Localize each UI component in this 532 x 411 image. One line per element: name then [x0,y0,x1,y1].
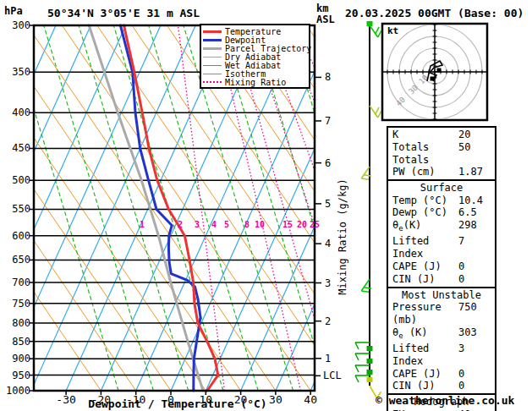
panel-row-value: 0 [458,260,492,273]
panel-row: θe (K)303 [388,326,495,342]
panel-row: Dewp (°C)6.5 [388,206,495,219]
legend-item: Parcel Trajectory [203,44,309,52]
legend-items: TemperatureDewpointParcel TrajectoryDry … [203,27,309,86]
data-panels: K20Totals Totals50PW (cm)1.87SurfaceTemp… [387,128,496,411]
panel-row-label: Lifted Index [392,342,458,368]
isotherm-line-sample [203,74,222,74]
mixing-ratio-axis-label: Mixing Ratio (g/kg) [337,173,348,300]
panel-row-value: 3 [458,342,492,368]
legend-item: Mixing Ratio [203,78,309,86]
panel-row-label: PW (cm) [392,166,458,178]
x-axis-label: Dewpoint / Temperature (°C) [34,397,321,410]
panel-row-label: CAPE (J) [392,368,458,381]
panel-title: Most Unstable [388,289,495,302]
panel-row-value: 0 [458,380,492,392]
km-tick-label: 5 [325,198,331,210]
panel-most-unstable: Most UnstablePressure (mb)750θe (K)303Li… [387,287,496,395]
panel-row: K20 [388,129,495,141]
panel-indices: K20Totals Totals50PW (cm)1.87 [387,126,496,181]
panel-row-value: 20 [458,129,492,141]
mixing-ratio-value-label: 1 [140,220,145,229]
mixing-ratio-line-sample [203,81,222,83]
legend-item: Dry Adiabat [203,52,309,61]
mixing-ratio-value-label: 2 [178,220,183,229]
mixing-ratio-value-label: 25 [310,220,320,229]
panel-row-value: 303 [458,326,492,342]
panel-row-label: CIN (J) [392,380,458,392]
panel-row-label: Dewp (°C) [392,206,458,219]
mixing-ratio-value-label: 3 [195,220,200,229]
panel-row: EH40 [388,408,495,411]
panel-row: CIN (J)0 [388,380,495,392]
panel-row-value: 0 [458,273,492,286]
mixing-ratio-value-label: 20 [297,220,307,229]
panel-row: CAPE (J)0 [388,368,495,381]
panel-row-value: 6.5 [458,206,492,219]
legend-item: Temperature [203,27,309,36]
copyright-label: © weatheronline.co.uk [376,394,514,407]
km-tick-label: 3 [325,277,331,289]
panel-row: Lifted Index7 [388,235,495,260]
mixing-ratio-value-label: 5 [224,220,229,229]
panel-row: Totals Totals50 [388,141,495,167]
panel-row-label: CIN (J) [392,273,458,286]
mixing-ratio-value-label: 10 [255,220,265,229]
panel-row-value: 1.87 [458,166,492,178]
panel-row-value: 50 [458,141,492,167]
lcl-label: LCL [323,370,342,381]
panel-row-value: 750 [458,301,492,326]
km-tick-label: 7 [325,115,331,127]
legend-item-label: Mixing Ratio [225,78,286,87]
panel-row: CIN (J)0 [388,273,495,286]
legend: TemperatureDewpointParcel TrajectoryDry … [200,24,310,89]
panel-row-label: θe (K) [392,326,458,342]
panel-row-value: 7 [458,235,492,260]
mixing-ratio-value-label: 4 [211,220,217,229]
panel-row: Pressure (mb)750 [388,301,495,326]
panel-title: Surface [388,182,495,195]
panel-row-label: Pressure (mb) [392,301,458,326]
panel-row: θe(K)298 [388,219,495,235]
parcel-trajectory-line-sample [203,47,222,50]
dry-adiabat-line-sample [203,57,222,58]
panel-row: PW (cm)1.87 [388,166,495,178]
panel-row-label: EH [392,408,458,411]
panel-row-value: 0 [458,368,492,381]
km-tick-label: 2 [325,315,331,327]
panel-row-label: K [392,129,458,141]
mixing-ratio-value-label: 8 [244,220,250,229]
temperature-line-sample [203,30,222,33]
panel-surface: SurfaceTemp (°C)10.4Dewp (°C)6.5θe(K)298… [387,179,496,288]
mixing-ratio-value-label: 15 [282,220,293,229]
dewpoint-line-sample [203,39,222,41]
km-tick-label: 4 [325,238,331,249]
km-tick-label: 1 [325,353,331,364]
panel-row-value: 298 [458,219,492,235]
wet-adiabat-line-sample [203,65,222,66]
panel-row: CAPE (J)0 [388,260,495,273]
legend-item: Wet Adiabat [203,61,309,69]
legend-item: Dewpoint [203,36,309,44]
panel-row-label: Temp (°C) [392,195,458,207]
panel-row: Lifted Index3 [388,342,495,368]
panel-row-label: Lifted Index [392,235,458,260]
panel-row-label: Totals Totals [392,141,458,167]
panel-row: Temp (°C)10.4 [388,195,495,207]
panel-row-label: θe(K) [392,219,458,235]
panel-row-value: 10.4 [458,195,492,207]
panel-row-value: 40 [458,408,492,411]
km-tick-label: 6 [325,157,331,169]
km-tick-label: 8 [325,71,331,83]
panel-row-label: CAPE (J) [392,260,458,273]
sounding-screen: 103040kt hPa 50°34'N 3°05'E 31 m ASL 20.… [0,0,532,411]
legend-item: Isotherm [203,69,309,78]
